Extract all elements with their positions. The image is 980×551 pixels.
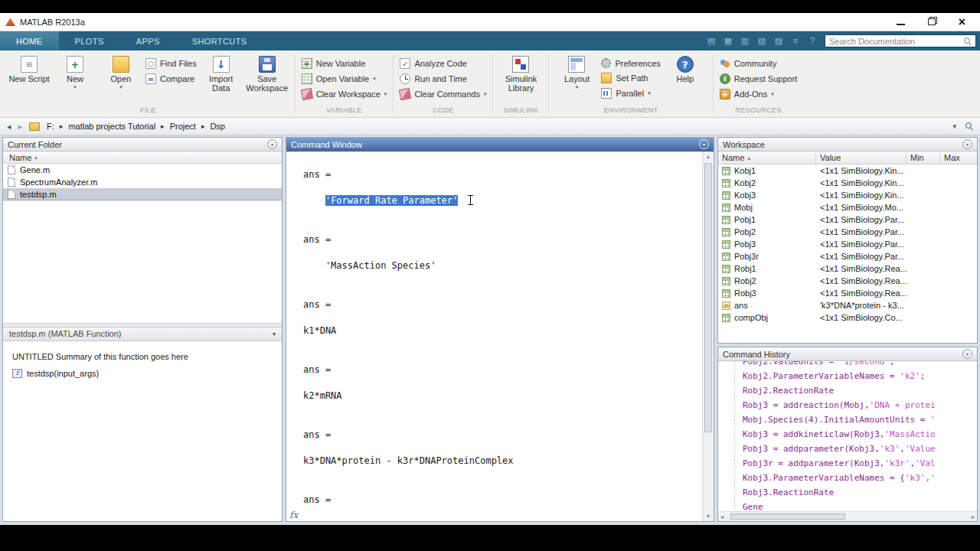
ribbon-button-new-variable[interactable]: New Variable [302, 58, 387, 69]
workspace-row[interactable]: Robj3<1x1 SimBiology.Rea... [718, 287, 977, 299]
workspace-row[interactable]: Pobj1<1x1 SimBiology.Par... [718, 214, 977, 226]
workspace-row[interactable]: Pobj3<1x1 SimBiology.Par... [718, 238, 977, 250]
tab-shortcuts[interactable]: SHORTCUTS [176, 31, 263, 51]
command-window-scrollbar[interactable]: ▴ ▾ [702, 152, 714, 521]
file-list-column-header[interactable]: Name ▴ [3, 152, 282, 164]
ribbon-button-open[interactable]: Open▾ [100, 55, 142, 90]
close-icon[interactable]: × [959, 18, 965, 27]
history-item[interactable]: Robj3.ReactionRate [743, 485, 977, 500]
ribbon-button-analyze-code[interactable]: Analyze Code [400, 58, 486, 69]
workspace-cell-name: Mobj [718, 203, 816, 212]
cut-mini-icon[interactable]: ▥ [740, 36, 750, 46]
search-input[interactable] [829, 37, 961, 46]
breadcrumb-segment[interactable]: matlab projects Tutorial [68, 122, 155, 131]
ribbon-button-compare[interactable]: Compare [145, 73, 197, 84]
breadcrumb-dropdown-icon[interactable]: ▾ [952, 122, 956, 130]
breadcrumb-segment[interactable]: Project [170, 122, 196, 131]
workspace-cell-name: abans [718, 301, 816, 310]
ribbon-button-new[interactable]: New▾ [54, 55, 96, 90]
breadcrumb-segment[interactable]: Dsp [210, 122, 225, 131]
scroll-up-icon[interactable]: ▴ [707, 153, 710, 160]
file-row[interactable]: Gene.m [3, 164, 282, 176]
tab-home[interactable]: HOME [0, 31, 59, 51]
search-box[interactable] [825, 34, 976, 47]
history-horizontal-scrollbar[interactable]: ◂ ▸ [718, 511, 977, 521]
forward-icon[interactable]: ▸ [18, 122, 23, 132]
workspace-row[interactable]: Robj2<1x1 SimBiology.Rea... [718, 275, 977, 287]
history-item[interactable]: Pobj3r = addparameter(Kobj3,'k3r','Val [743, 456, 977, 471]
workspace-row[interactable]: Mobj<1x1 SimBiology.Mo... [718, 201, 977, 214]
history-item[interactable]: Pobj3 = addparameter(Kobj3,'k3','Value [743, 442, 977, 456]
workspace-menu-button[interactable]: ▾ [962, 139, 972, 149]
back-icon[interactable]: ◂ [7, 122, 11, 132]
ribbon-button-request-support[interactable]: Request Support [720, 73, 798, 84]
ribbon-button-find-files[interactable]: Find Files [145, 58, 197, 69]
breadcrumb-separator-icon: ▸ [60, 122, 64, 130]
ribbon-button-simulink-library[interactable]: Simulink Library [499, 55, 542, 93]
ribbon-button-clear-workspace[interactable]: Clear Workspace▾ [302, 89, 387, 99]
workspace-column-header[interactable]: Name▴ [718, 152, 816, 164]
ribbon-button-parallel[interactable]: Parallel▾ [601, 88, 660, 99]
workspace-row[interactable]: compObj<1x1 SimBiology.Co... [718, 311, 977, 324]
copy-mini-icon[interactable]: ▧ [756, 36, 767, 46]
history-item[interactable]: Kobj2.ParameterVariableNames = 'k2'; [743, 369, 977, 383]
options-mini-icon[interactable]: ≡ [790, 36, 801, 46]
ribbon-button-add-ons[interactable]: Add-Ons▾ [720, 89, 798, 99]
file-row[interactable]: SpectrumAnalyzer.m [3, 176, 282, 188]
workspace-row[interactable]: Robj1<1x1 SimBiology.Rea... [718, 262, 977, 275]
workspace-column-header[interactable]: Min [906, 152, 940, 164]
ribbon-button-clear-commands[interactable]: Clear Commands▾ [400, 89, 486, 99]
workspace-column-header[interactable]: Value [816, 152, 906, 164]
help-mini-icon[interactable]: ? [807, 36, 818, 46]
history-item[interactable]: Kobj3 = addkineticlaw(Robj3,'MassActio [743, 427, 977, 442]
scrollbar-thumb[interactable] [704, 163, 712, 432]
workspace-row[interactable]: Pobj2<1x1 SimBiology.Par... [718, 226, 977, 238]
ribbon-button-community[interactable]: Community [720, 58, 798, 69]
restore-icon[interactable] [928, 18, 936, 25]
up-folder-icon[interactable] [29, 122, 40, 131]
tab-apps[interactable]: APPS [120, 31, 176, 51]
tab-plots[interactable]: PLOTS [59, 31, 120, 51]
fx-indicator: fx [289, 510, 298, 520]
browse-folder-icon[interactable] [965, 122, 973, 130]
ribbon-button-open-variable[interactable]: Open Variable▾ [302, 73, 387, 84]
workspace-column-header[interactable]: Max [940, 152, 977, 164]
workspace-row[interactable]: Kobj3<1x1 SimBiology.Kin... [718, 189, 977, 201]
scroll-left-icon[interactable]: ◂ [720, 514, 724, 520]
scroll-right-icon[interactable]: ▸ [972, 514, 975, 520]
ribbon-button-new-script[interactable]: New Script [8, 55, 51, 83]
breadcrumb-segment[interactable]: F: [47, 122, 54, 131]
ribbon-button-run-and-time[interactable]: Run and Time [400, 73, 486, 84]
file-details-header[interactable]: testdsp.m (MATLAB Function) ▾ [3, 328, 282, 341]
command-history-menu-button[interactable]: ▾ [962, 349, 972, 359]
workspace-row[interactable]: Kobj1<1x1 SimBiology.Kin... [718, 165, 977, 177]
command-window-menu-button[interactable]: ▾ [699, 139, 709, 149]
current-folder-menu-button[interactable]: ▾ [267, 139, 277, 149]
history-item[interactable]: Kobj3.ParameterVariableNames = {'k3',' [743, 471, 977, 485]
paste-mini-icon[interactable]: ▨ [773, 36, 784, 46]
function-signature-row[interactable]: f testdsp(input_args) [12, 369, 273, 378]
scroll-down-icon[interactable]: ▾ [707, 513, 710, 520]
ribbon-button-import-data[interactable]: Import Data [200, 55, 243, 93]
ribbon-button-set-path[interactable]: Set Path [601, 73, 660, 83]
file-row[interactable]: testdsp.m [3, 188, 282, 201]
ribbon-group-code: Analyze CodeRun and TimeClear Commands▾C… [394, 51, 492, 117]
history-item[interactable]: Mobj.Species(4).InitialAmountUnits = ' [743, 412, 977, 427]
workspace-row[interactable]: Kobj2<1x1 SimBiology.Kin... [718, 177, 977, 189]
history-item[interactable]: Pobj2.ValueUnits = '1/second'; [743, 361, 977, 369]
command-history-body[interactable]: Pobj2.ValueUnits = '1/second';Kobj2.Para… [718, 361, 977, 521]
workspace-row[interactable]: Pobj3r<1x1 SimBiology.Par... [718, 250, 977, 262]
dock-icon[interactable]: ▤ [706, 36, 717, 46]
ribbon-button-save-workspace[interactable]: Save Workspace [246, 55, 289, 93]
ribbon-button-preferences[interactable]: Preferences [601, 58, 660, 68]
history-item[interactable]: Robj2.ReactionRate [743, 383, 977, 398]
history-item[interactable]: Robj3 = addreaction(Mobj,'DNA + protei [743, 398, 977, 412]
layout-mini-icon[interactable]: ▦ [723, 36, 733, 46]
workspace-row[interactable]: abans'k3*DNA*protein - k3... [718, 299, 977, 311]
ribbon-button-layout[interactable]: Layout▾ [555, 55, 598, 90]
command-window-body[interactable]: ans = 'Forward Rate Parameter' ans = 'Ma… [286, 152, 714, 521]
ribbon-button-help[interactable]: Help [664, 55, 707, 83]
minimize-icon[interactable] [897, 24, 905, 25]
command-line: ans = [303, 494, 702, 507]
history-scrollbar-thumb[interactable] [730, 514, 845, 520]
